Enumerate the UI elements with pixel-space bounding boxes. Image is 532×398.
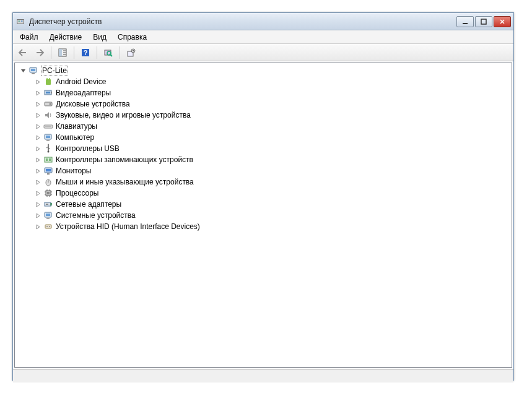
tree-node-label[interactable]: Дисковые устройства [56, 100, 130, 108]
expand-icon[interactable] [35, 145, 41, 152]
svg-rect-60 [46, 214, 50, 216]
tree-node-label[interactable]: Процессоры [56, 189, 99, 197]
hid-icon [43, 222, 53, 231]
menu-file[interactable]: Файл [14, 30, 44, 43]
tree-node[interactable]: Компьютер [16, 132, 510, 143]
tree-node-label[interactable]: Сетевые адаптеры [56, 200, 121, 209]
expand-icon[interactable] [35, 179, 41, 186]
show-hide-tree-button[interactable] [55, 46, 70, 59]
expand-icon[interactable] [35, 157, 41, 163]
tree-node[interactable]: Видеоадаптеры [16, 87, 510, 98]
svg-point-37 [48, 151, 50, 153]
menubar: Файл Действие Вид Справка [13, 30, 513, 44]
expand-icon[interactable] [35, 134, 41, 141]
expand-icon[interactable] [35, 212, 41, 219]
svg-point-30 [47, 126, 48, 127]
svg-rect-3 [463, 23, 468, 24]
svg-rect-19 [32, 73, 35, 74]
svg-rect-20 [46, 79, 51, 85]
close-button[interactable] [494, 16, 511, 27]
tree-node[interactable]: Мониторы [16, 165, 510, 176]
minimize-button[interactable] [456, 16, 474, 27]
menu-help[interactable]: Справка [112, 30, 152, 43]
tree-node-label[interactable]: Клавиатуры [56, 122, 97, 131]
svg-point-32 [50, 126, 50, 127]
svg-point-63 [46, 226, 48, 227]
tree-root[interactable]: PC-Lite [16, 65, 510, 76]
tree-node[interactable]: Клавиатуры [16, 121, 510, 132]
tree-node-label[interactable]: Звуковые, видео и игровые устройства [56, 111, 191, 119]
tree-node[interactable]: Дисковые устройства [16, 98, 510, 110]
svg-rect-35 [46, 136, 50, 138]
expand-icon[interactable] [35, 168, 41, 175]
expand-icon[interactable] [35, 101, 41, 108]
android-icon [43, 77, 53, 87]
tree-node-label[interactable]: Android Device [56, 77, 106, 86]
toolbar-separator [120, 46, 120, 59]
tree-node-label[interactable]: Мониторы [56, 167, 91, 175]
tree-node-label[interactable]: Устройства HID (Human Interface Devices) [56, 222, 200, 231]
svg-rect-18 [31, 69, 35, 71]
tree-node[interactable]: Процессоры [16, 188, 510, 199]
svg-rect-36 [46, 140, 50, 141]
tree-node[interactable]: Мыши и иные указывающие устройства [16, 176, 510, 188]
device-tree: PC-Lite Android Device Видеоадаптеры Дис… [15, 64, 512, 233]
svg-text:?: ? [84, 49, 88, 56]
tree-node[interactable]: Звуковые, видео и игровые устройства [16, 110, 510, 121]
svg-rect-1 [19, 20, 20, 22]
tree-node[interactable]: Android Device [16, 76, 510, 87]
tree-node-label[interactable]: Системные устройства [56, 211, 136, 220]
maximize-button[interactable] [475, 16, 492, 27]
svg-rect-42 [46, 169, 51, 171]
device-tree-panel[interactable]: PC-Lite Android Device Видеоадаптеры Дис… [14, 63, 512, 368]
tree-node[interactable]: Системные устройства [16, 210, 510, 221]
expand-icon[interactable] [35, 201, 41, 208]
system-device-icon [43, 210, 53, 220]
svg-rect-16 [133, 50, 134, 51]
expand-icon[interactable] [35, 90, 41, 97]
tree-node[interactable]: Контроллеры USB [16, 143, 510, 154]
svg-rect-61 [46, 218, 50, 219]
titlebar[interactable]: Диспетчер устройств [13, 13, 513, 30]
tree-node-label[interactable]: Видеоадаптеры [56, 89, 111, 97]
svg-point-29 [46, 126, 46, 127]
svg-rect-24 [46, 92, 50, 93]
expand-icon[interactable] [35, 190, 41, 197]
tree-node-label[interactable]: Контроллеры USB [56, 144, 120, 153]
tree-root-label[interactable]: PC-Lite [41, 66, 68, 76]
expand-icon[interactable] [35, 79, 41, 85]
statusbar [13, 369, 513, 383]
network-adapter-icon [43, 199, 53, 209]
menu-action[interactable]: Действие [44, 30, 88, 43]
svg-point-64 [49, 226, 50, 227]
menu-view[interactable]: Вид [87, 30, 112, 43]
svg-rect-0 [17, 19, 24, 24]
expand-icon[interactable] [35, 223, 41, 230]
storage-controller-icon [43, 155, 53, 165]
svg-point-21 [46, 78, 48, 79]
svg-rect-6 [59, 49, 62, 56]
tree-node-label[interactable]: Контроллеры запоминающих устройств [56, 155, 193, 164]
expand-icon[interactable] [35, 123, 41, 130]
tree-node-label[interactable]: Мыши и иные указывающие устройства [56, 178, 194, 186]
collapse-icon[interactable] [20, 67, 27, 74]
svg-point-31 [48, 126, 49, 127]
back-button[interactable] [15, 46, 30, 59]
forward-button[interactable] [32, 46, 47, 59]
toolbar-separator [74, 46, 74, 59]
tree-node[interactable]: Контроллеры запоминающих устройств [16, 154, 510, 165]
usb-icon [43, 144, 53, 154]
tree-node-label[interactable]: Компьютер [56, 133, 94, 142]
properties-button[interactable] [124, 46, 139, 59]
tree-node[interactable]: Устройства HID (Human Interface Devices) [16, 221, 510, 232]
window-controls [456, 16, 511, 27]
processor-icon [43, 188, 53, 198]
tree-node[interactable]: Сетевые адаптеры [16, 199, 510, 210]
scan-hardware-button[interactable] [101, 46, 116, 59]
svg-rect-62 [45, 225, 51, 228]
mouse-icon [43, 177, 53, 187]
help-button[interactable]: ? [78, 46, 93, 59]
expand-icon[interactable] [35, 112, 41, 119]
window-title: Диспетчер устройств [29, 17, 456, 26]
svg-rect-40 [49, 158, 51, 161]
